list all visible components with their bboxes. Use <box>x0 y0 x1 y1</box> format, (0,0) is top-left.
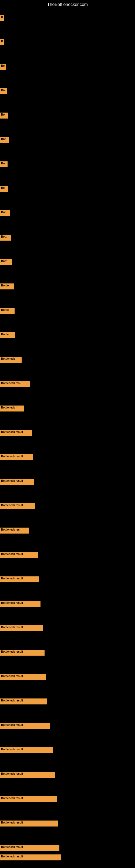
bar-item: Bottleneck result <box>0 454 33 460</box>
bar-label: Bottleneck result <box>0 552 38 558</box>
bar-label: Bott <box>0 259 12 265</box>
bar-item: Bottleneck result <box>0 625 43 631</box>
bar-label: Bottleneck result <box>0 454 33 460</box>
bar-item: Bottleneck res <box>0 528 29 533</box>
bar-item: Bottleneck <box>0 357 21 363</box>
bar-label: Bottleneck result <box>0 747 53 753</box>
bar-label: Bottleneck result <box>0 430 32 436</box>
bar-item: Bottleneck result <box>0 820 58 827</box>
bar-item: Bottleneck result <box>0 747 53 753</box>
bar-item: Bottleneck result <box>0 772 55 778</box>
bar-label: Bottleneck <box>0 357 21 363</box>
bar-label: Bottleneck resu <box>0 381 30 387</box>
bar-item: Bottleneck result <box>0 650 45 656</box>
bar-item: Bottleneck result <box>0 503 35 509</box>
bar-item: Bottleneck result <box>0 552 38 558</box>
bar-item: Bottle <box>0 283 14 289</box>
bar-label: Bo <box>0 88 7 94</box>
bar-label: Bot <box>0 137 9 143</box>
bar-item: Bo <box>0 88 7 94</box>
bar-label: Bottleneck result <box>0 674 46 680</box>
bar-item: Bottleneck result <box>0 699 47 705</box>
bar-item: Bottleneck result <box>0 845 59 851</box>
bar-label: Bottleneck result <box>0 796 57 802</box>
bar-label: B <box>0 39 4 45</box>
bar-label: Bottleneck result <box>0 503 35 509</box>
chart-container: TheBottlenecker.com BBBoBoBoBotBoBoBotBo… <box>0 0 135 868</box>
bar-item: Bottleneck result <box>0 479 34 485</box>
bar-item: Bottleneck result <box>0 577 39 582</box>
bar-item: Bo <box>0 113 8 119</box>
bar-item: Bottleneck resu <box>0 381 30 387</box>
bar-label: Bottleneck result <box>0 820 58 827</box>
bar-label: Bottleneck r <box>0 405 24 411</box>
bar-label: Bottleneck result <box>0 723 50 729</box>
bar-label: Bottleneck res <box>0 528 29 533</box>
bar-label: Bottleneck result <box>0 577 39 582</box>
bar-item: Bottleneck result <box>0 601 41 607</box>
bar-item: B <box>0 39 4 45</box>
bar-label: Bot <box>0 210 10 216</box>
bar-item: Bottleneck result <box>0 723 50 729</box>
bar-label: Bottleneck result <box>0 601 41 607</box>
bar-item: Bottleneck result <box>0 674 46 680</box>
bar-label: Bo <box>0 64 6 70</box>
bar-item: Bo <box>0 64 6 70</box>
bar-label: Bottleneck result <box>0 650 45 656</box>
bar-item: Bottleneck result <box>0 796 57 802</box>
bar-label: Bottleneck result <box>0 845 59 851</box>
bar-label: Bo <box>0 161 8 167</box>
bar-item: Bott <box>0 235 11 241</box>
bar-label: Bottleneck result <box>0 699 47 705</box>
bar-item: B <box>0 15 4 21</box>
bar-item: Bott <box>0 259 12 265</box>
bar-label: Bottleneck result <box>0 855 61 860</box>
bar-label: Bottle <box>0 308 14 314</box>
bar-item: Bot <box>0 137 9 143</box>
bar-label: B <box>0 15 4 21</box>
bar-label: Bottleneck result <box>0 772 55 778</box>
bar-label: Bottleneck result <box>0 625 43 631</box>
bar-label: Bo <box>0 186 8 192</box>
bar-item: Bottleneck result <box>0 855 61 860</box>
bar-item: Bottleneck r <box>0 405 24 411</box>
bar-item: Bo <box>0 186 8 192</box>
bar-label: Bottleneck result <box>0 479 34 485</box>
bar-label: Bottle <box>0 283 14 289</box>
site-title: TheBottlenecker.com <box>0 0 135 8</box>
bar-item: Bot <box>0 210 10 216</box>
bar-item: Bo <box>0 161 8 167</box>
bar-item: Bottle <box>0 332 15 338</box>
bar-item: Bottle <box>0 308 14 314</box>
bar-item: Bottleneck result <box>0 430 32 436</box>
bar-label: Bott <box>0 235 11 241</box>
bar-label: Bottle <box>0 332 15 338</box>
bar-label: Bo <box>0 113 8 119</box>
